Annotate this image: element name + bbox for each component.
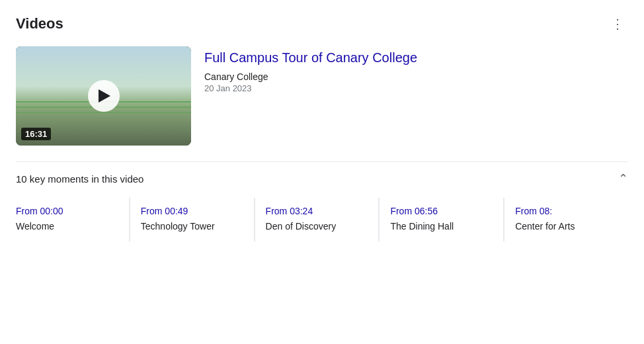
moment-item-3: From 06:56 The Dining Hall: [378, 198, 503, 241]
more-options-button[interactable]: ⋮: [607, 13, 628, 34]
video-channel: Canary College: [204, 71, 417, 82]
moment-label-1: Technology Tower: [141, 220, 243, 234]
page-title: Videos: [16, 15, 63, 32]
video-title-link[interactable]: Full Campus Tour of Canary College: [204, 49, 417, 66]
videos-header: Videos ⋮: [16, 13, 628, 34]
moment-item-2: From 03:24 Den of Discovery: [254, 198, 379, 241]
moment-label-4: Center for Arts: [515, 220, 618, 234]
play-icon: [99, 89, 110, 103]
moment-label-0: Welcome: [16, 220, 118, 234]
video-thumbnail[interactable]: 16:31: [16, 46, 191, 146]
video-card: 16:31 Full Campus Tour of Canary College…: [16, 46, 628, 146]
moment-label-3: The Dining Hall: [390, 220, 493, 234]
video-date: 20 Jan 2023: [204, 83, 417, 93]
moment-timestamp-2[interactable]: From 03:24: [266, 206, 368, 216]
key-moments-label: 10 key moments in this video: [16, 173, 143, 185]
moment-timestamp-4[interactable]: From 08:: [515, 206, 618, 216]
moment-item-0: From 00:00 Welcome: [16, 198, 129, 241]
moment-item-4: From 08: Center for Arts: [503, 198, 628, 241]
moment-item-1: From 00:49 Technology Tower: [129, 198, 254, 241]
moment-label-2: Den of Discovery: [266, 220, 368, 234]
chevron-up-icon: ⌃: [618, 171, 628, 186]
video-duration: 16:31: [21, 128, 51, 140]
moment-timestamp-0[interactable]: From 00:00: [16, 206, 118, 216]
key-moments-toggle[interactable]: 10 key moments in this video ⌃: [16, 161, 628, 195]
play-button[interactable]: [88, 80, 120, 112]
video-info: Full Campus Tour of Canary College Canar…: [204, 46, 417, 93]
moment-timestamp-1[interactable]: From 00:49: [141, 206, 243, 216]
moments-row: From 00:00 Welcome From 00:49 Technology…: [16, 198, 628, 241]
moment-timestamp-3[interactable]: From 06:56: [390, 206, 493, 216]
